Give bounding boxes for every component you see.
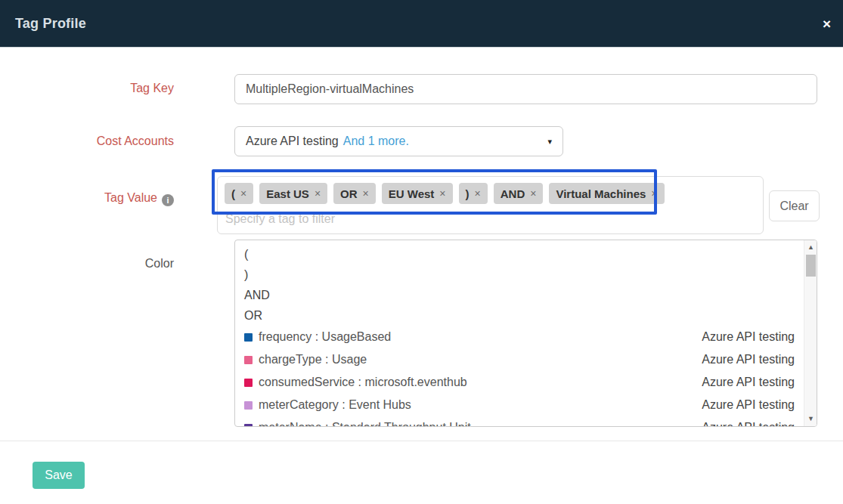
tag-chip-label: ) xyxy=(466,187,470,200)
color-listbox[interactable]: ()ANDORfrequency : UsageBasedAzure API t… xyxy=(234,240,817,427)
tag-value-placeholder: Specify a tag to filter xyxy=(225,212,335,226)
chip-remove-icon[interactable]: × xyxy=(651,187,657,199)
tag-chip-label: Virtual Machines xyxy=(556,187,646,200)
tag-value-label: Tag Valuei xyxy=(0,191,174,206)
tag-value-label-text: Tag Value xyxy=(104,191,157,204)
close-icon[interactable]: × xyxy=(823,17,831,31)
tag-chip[interactable]: )× xyxy=(459,183,488,204)
chevron-down-icon: ▾ xyxy=(547,137,552,147)
tag-chip-list: (×East US×OR×EU West×)×AND×Virtual Machi… xyxy=(225,183,665,204)
color-option-list: ()ANDORfrequency : UsageBasedAzure API t… xyxy=(235,240,804,427)
cost-accounts-selected: Azure API testing xyxy=(246,135,339,148)
color-label: Color xyxy=(0,257,174,271)
tag-option-account: Azure API testing xyxy=(702,371,795,394)
chip-remove-icon[interactable]: × xyxy=(363,187,369,199)
tag-chip-label: EU West xyxy=(389,187,435,200)
color-tag-option[interactable]: frequency : UsageBasedAzure API testing xyxy=(244,326,804,348)
cost-accounts-more-link[interactable]: And 1 more. xyxy=(343,135,409,148)
color-option[interactable]: ) xyxy=(244,264,804,285)
save-button[interactable]: Save xyxy=(33,462,85,489)
tag-chip-label: East US xyxy=(266,187,309,200)
tag-option-name: meterName : Standard Throughput Unit xyxy=(259,416,702,427)
tag-option-account: Azure API testing xyxy=(702,326,795,348)
tag-option-account: Azure API testing xyxy=(702,394,795,416)
chip-remove-icon[interactable]: × xyxy=(475,187,481,199)
scrollbar-thumb[interactable] xyxy=(806,255,816,277)
color-option[interactable]: AND xyxy=(244,285,804,305)
color-tag-option[interactable]: chargeType : UsageAzure API testing xyxy=(244,348,804,371)
scrollbar-up-icon[interactable]: ▲ xyxy=(804,241,817,254)
modal-title: Tag Profile xyxy=(15,16,86,32)
color-swatch-icon xyxy=(244,356,253,364)
color-option[interactable]: ( xyxy=(244,244,804,264)
chip-remove-icon[interactable]: × xyxy=(439,187,445,199)
chip-remove-icon[interactable]: × xyxy=(530,187,536,199)
color-option[interactable]: OR xyxy=(244,305,804,326)
scrollbar-down-icon[interactable]: ▼ xyxy=(804,413,817,425)
modal-header: Tag Profile × xyxy=(0,0,843,48)
color-tag-option[interactable]: meterCategory : Event HubsAzure API test… xyxy=(244,394,804,416)
tag-chip-label: OR xyxy=(340,187,358,200)
color-swatch-icon xyxy=(244,333,253,342)
tag-option-name: chargeType : Usage xyxy=(259,348,702,371)
tag-option-name: frequency : UsageBased xyxy=(259,326,702,348)
color-swatch-icon xyxy=(244,424,253,428)
color-tag-option[interactable]: consumedService : microsoft.eventhubAzur… xyxy=(244,371,804,394)
tag-chip-label: ( xyxy=(231,187,235,200)
tag-option-account: Azure API testing xyxy=(702,348,795,371)
color-swatch-icon xyxy=(244,401,253,410)
color-tag-option[interactable]: meterName : Standard Throughput UnitAzur… xyxy=(244,416,804,427)
tag-key-input[interactable] xyxy=(234,74,817,104)
scrollbar[interactable]: ▲ ▼ xyxy=(804,240,817,426)
footer-divider xyxy=(0,441,843,441)
tag-key-label: Tag Key xyxy=(0,82,174,95)
tag-chip[interactable]: AND× xyxy=(494,183,544,204)
tag-profile-modal: Tag Profile × Tag Key Cost Accounts Azur… xyxy=(0,0,843,504)
tag-option-name: consumedService : microsoft.eventhub xyxy=(259,371,702,394)
tag-option-name: meterCategory : Event Hubs xyxy=(259,394,702,416)
tag-chip[interactable]: OR× xyxy=(333,183,376,204)
clear-button[interactable]: Clear xyxy=(769,190,820,221)
tag-chip[interactable]: East US× xyxy=(259,183,327,204)
info-icon[interactable]: i xyxy=(162,194,174,206)
tag-chip-label: AND xyxy=(501,187,525,200)
tag-chip[interactable]: (× xyxy=(225,183,253,204)
cost-accounts-dropdown[interactable]: Azure API testing And 1 more. ▾ xyxy=(234,126,563,156)
tag-chip[interactable]: Virtual Machines× xyxy=(549,183,664,204)
cost-accounts-label: Cost Accounts xyxy=(0,135,174,148)
tag-chip[interactable]: EU West× xyxy=(382,183,453,204)
chip-remove-icon[interactable]: × xyxy=(240,187,246,199)
tag-value-input[interactable]: (×East US×OR×EU West×)×AND×Virtual Machi… xyxy=(217,176,764,234)
chip-remove-icon[interactable]: × xyxy=(315,187,321,199)
color-swatch-icon xyxy=(244,379,253,387)
tag-option-account: Azure API testing xyxy=(702,416,795,427)
